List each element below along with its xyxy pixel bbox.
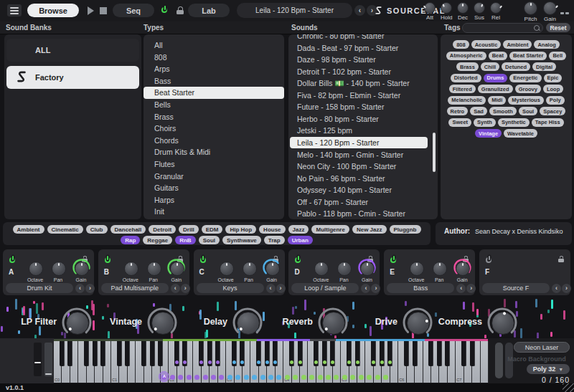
source-power-icon[interactable] (390, 254, 397, 267)
bank-item-all[interactable]: ALL (6, 39, 139, 62)
genre-pill[interactable]: House (259, 225, 285, 234)
sounds-scrollbar-thumb[interactable] (433, 133, 436, 172)
black-key[interactable] (273, 341, 278, 366)
tag-pill[interactable]: Beat Starter (509, 52, 547, 60)
tag-pill[interactable]: 808 (453, 40, 469, 49)
pitch-knob[interactable]: Pitch (524, 1, 537, 22)
genre-pill[interactable]: RnB (175, 236, 195, 244)
tag-pill[interactable]: Drums (484, 74, 508, 82)
genre-pill[interactable]: Multigenre (311, 225, 349, 234)
black-key[interactable] (265, 341, 270, 366)
preset-display[interactable]: Leila - 120 Bpm - Starter (237, 3, 352, 18)
lock-icon[interactable] (177, 6, 184, 14)
source-prev-button[interactable]: ‹ (552, 284, 561, 293)
sound-item[interactable]: Herbo - 80 bpm - Starter (290, 113, 428, 125)
source-a-gain-knob[interactable]: Gain (70, 258, 92, 282)
black-key[interactable] (232, 341, 237, 366)
black-key[interactable] (158, 341, 163, 366)
black-key[interactable] (67, 341, 72, 366)
tag-pill[interactable]: Bell (549, 52, 566, 60)
black-key[interactable] (125, 341, 130, 366)
window-resize-dashes-icon[interactable] (560, 12, 569, 14)
black-key[interactable] (413, 341, 418, 366)
tag-pill[interactable]: Poly (546, 96, 565, 105)
type-item[interactable]: All (144, 39, 284, 52)
stop-icon[interactable] (100, 7, 107, 14)
sound-item[interactable]: Melo - 140 bpm - Gmin - Starter (290, 149, 428, 161)
genre-pill[interactable]: Ambient (13, 225, 44, 234)
genre-pill[interactable]: Club (86, 225, 108, 234)
source-e-gain-knob[interactable]: Gain (451, 258, 473, 282)
source-prev-button[interactable]: ‹ (361, 284, 370, 293)
source-d-gain-knob[interactable]: Gain (356, 258, 377, 282)
black-key[interactable] (289, 341, 294, 366)
tag-pill[interactable]: Melancholic (448, 96, 486, 105)
resize-grip-icon[interactable] (563, 383, 574, 392)
neon-laser-button[interactable]: Neon Laser (514, 342, 570, 353)
play-icon[interactable] (88, 6, 94, 15)
tag-pill[interactable]: Atmospheric (446, 52, 486, 60)
tag-pill[interactable]: Distorted (451, 74, 481, 82)
mod-wheel[interactable] (44, 343, 52, 376)
source-name-pill[interactable]: Source F (482, 283, 550, 293)
sound-item[interactable]: Dada - Beat - 97 bpm - Starter (290, 42, 428, 54)
source-a-pan-knob[interactable]: Pan (47, 258, 69, 282)
type-item[interactable]: Choirs (144, 123, 284, 135)
black-key[interactable] (84, 341, 89, 366)
tag-pill[interactable]: Tape Hiss (532, 118, 564, 127)
black-key[interactable] (445, 341, 450, 366)
sound-item[interactable]: Fiva - 82 bpm - Ebmin - Starter (290, 90, 428, 102)
source-next-button[interactable]: › (562, 284, 571, 293)
tag-pill[interactable]: Ambient (503, 40, 532, 49)
sound-item[interactable]: Daze - 98 bpm - Starter (290, 54, 428, 66)
source-power-icon[interactable] (199, 254, 207, 267)
source-name-pill[interactable]: Pad Multisample (101, 283, 169, 293)
sound-item[interactable]: Dollar Bills 💵 - 140 bpm - Starter (290, 77, 428, 90)
env-hold-knob[interactable]: Hold (441, 2, 452, 21)
seq-button[interactable]: Seq (113, 4, 154, 17)
genre-pill[interactable]: Rap (121, 236, 140, 244)
source-next-button[interactable]: › (466, 284, 476, 293)
tag-pill[interactable]: Sad (470, 107, 487, 115)
black-key[interactable] (347, 341, 352, 366)
black-key[interactable] (100, 341, 105, 366)
tag-search-input[interactable] (467, 24, 533, 33)
black-key[interactable] (330, 341, 335, 366)
sound-item[interactable]: Leila - 120 Bpm - Starter (290, 137, 428, 149)
tag-pill[interactable]: Midi (488, 96, 506, 105)
black-key[interactable] (437, 341, 442, 366)
tag-pill[interactable]: Groovy (515, 85, 541, 93)
tag-pill[interactable]: Spacey (540, 107, 565, 115)
tag-pill[interactable]: Chill (481, 62, 499, 71)
tag-pill[interactable]: Detuned (502, 62, 530, 71)
tag-pill[interactable]: Digital (532, 62, 556, 71)
genre-pill[interactable]: Drill (179, 225, 199, 234)
genre-pill[interactable]: Soul (199, 236, 220, 244)
sound-item[interactable]: Future - 158 bpm - Starter (290, 101, 428, 113)
black-key[interactable] (404, 341, 409, 366)
source-prev-button[interactable]: ‹ (75, 284, 85, 293)
black-key[interactable] (174, 341, 179, 366)
lab-button[interactable]: Lab (188, 4, 230, 17)
env-sus-knob[interactable]: Sus (474, 2, 485, 21)
type-item[interactable]: Bells (144, 99, 284, 111)
black-key[interactable] (355, 341, 360, 366)
source-power-icon[interactable] (294, 254, 301, 267)
source-name-pill[interactable]: Loop / Sample (291, 283, 359, 293)
black-key[interactable] (380, 341, 385, 366)
tag-pill[interactable]: Synthetic (498, 118, 530, 127)
genre-pill[interactable]: Pluggnb (390, 225, 421, 234)
source-name-pill[interactable]: Drum Kit (6, 283, 73, 293)
black-key[interactable] (199, 341, 204, 366)
env-att-knob[interactable]: Att (424, 2, 436, 21)
genre-pill[interactable]: Jazz (288, 225, 309, 234)
black-key[interactable] (371, 341, 376, 366)
black-key[interactable] (256, 341, 261, 366)
source-prev-button[interactable]: ‹ (171, 284, 180, 293)
genre-pill[interactable]: Trap (264, 236, 285, 244)
black-key[interactable] (298, 341, 303, 366)
tag-pill[interactable]: Synth (474, 118, 496, 127)
genre-pill[interactable]: New Jazz (352, 225, 387, 234)
black-key[interactable] (428, 341, 433, 366)
type-item[interactable]: Beat Starter (144, 87, 284, 99)
